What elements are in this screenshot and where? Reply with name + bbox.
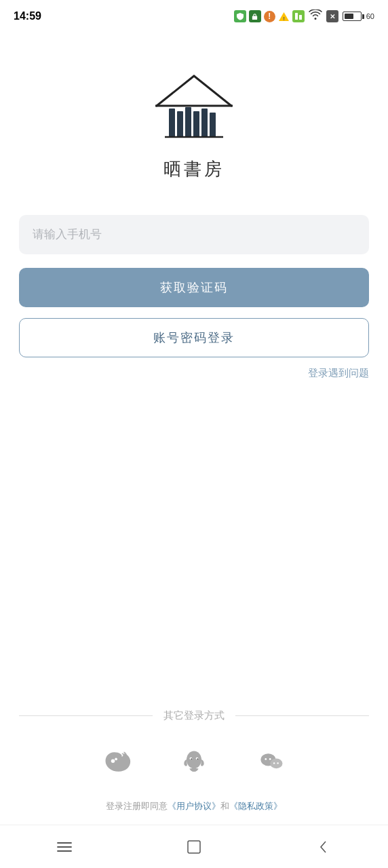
triangle-icon: ! bbox=[278, 11, 290, 22]
svg-point-18 bbox=[191, 768, 197, 772]
user-agreement-link[interactable]: 《用户协议》 bbox=[168, 801, 220, 811]
nav-home-button[interactable] bbox=[177, 830, 211, 864]
svg-point-21 bbox=[191, 759, 192, 760]
bottom-section: 其它登录方式 bbox=[0, 709, 388, 814]
svg-line-5 bbox=[157, 76, 194, 106]
terms-text: 登录注册即同意《用户协议》和《隐私政策》 bbox=[106, 800, 282, 814]
svg-rect-10 bbox=[185, 107, 191, 137]
social-login-row bbox=[98, 744, 290, 781]
phone-input[interactable] bbox=[19, 215, 369, 254]
svg-text:!: ! bbox=[283, 16, 285, 22]
wechat-button[interactable] bbox=[253, 744, 290, 781]
security-icon bbox=[249, 10, 261, 22]
svg-point-15 bbox=[111, 760, 115, 764]
bottom-nav bbox=[0, 825, 388, 868]
svg-rect-8 bbox=[169, 108, 175, 137]
terms-and: 和 bbox=[220, 801, 229, 811]
nav-back-button[interactable] bbox=[307, 830, 341, 864]
svg-line-6 bbox=[194, 76, 231, 106]
left-icons: ! ! bbox=[234, 10, 305, 22]
privacy-link[interactable]: 《隐私政策》 bbox=[229, 801, 282, 811]
svg-point-28 bbox=[277, 762, 278, 764]
svg-point-26 bbox=[269, 758, 271, 760]
svg-rect-11 bbox=[193, 111, 199, 137]
warning-icon: ! bbox=[264, 11, 275, 22]
svg-rect-13 bbox=[210, 113, 216, 137]
svg-rect-4 bbox=[299, 15, 302, 20]
svg-point-17 bbox=[187, 751, 201, 769]
svg-point-25 bbox=[265, 758, 267, 760]
logo-area: 晒書房 bbox=[150, 71, 238, 181]
right-status: ✕ 60 bbox=[309, 9, 374, 23]
svg-rect-9 bbox=[177, 111, 183, 137]
battery: 60 bbox=[343, 12, 374, 21]
status-bar: 14:59 ! bbox=[0, 0, 388, 30]
divider-right bbox=[235, 715, 369, 716]
verify-button[interactable]: 获取验证码 bbox=[19, 268, 369, 307]
shield-icon bbox=[234, 10, 246, 22]
weibo-button[interactable] bbox=[98, 744, 135, 781]
nav-menu-button[interactable] bbox=[47, 830, 81, 864]
svg-point-22 bbox=[197, 759, 198, 760]
svg-rect-12 bbox=[201, 108, 208, 137]
battery-label: 60 bbox=[366, 12, 374, 20]
svg-point-24 bbox=[270, 759, 282, 769]
divider-text: 其它登录方式 bbox=[153, 709, 235, 722]
problem-link[interactable]: 登录遇到问题 bbox=[308, 367, 369, 378]
svg-point-27 bbox=[273, 762, 275, 764]
x-icon: ✕ bbox=[326, 10, 338, 22]
app-logo bbox=[150, 71, 238, 152]
terms-prefix: 登录注册即同意 bbox=[106, 801, 168, 811]
svg-rect-32 bbox=[188, 841, 200, 853]
status-time: 14:59 bbox=[14, 10, 41, 22]
divider-row: 其它登录方式 bbox=[19, 709, 369, 722]
logo-text: 晒書房 bbox=[163, 157, 225, 181]
wifi-icon bbox=[309, 9, 322, 23]
password-login-button[interactable]: 账号密码登录 bbox=[19, 318, 369, 357]
status-icons: ! ! bbox=[234, 9, 374, 23]
svg-rect-0 bbox=[252, 16, 257, 19]
app-icon bbox=[292, 10, 305, 22]
qq-button[interactable] bbox=[176, 744, 212, 781]
problem-link-container: 登录遇到问题 bbox=[19, 367, 369, 380]
divider-left bbox=[19, 715, 153, 716]
svg-rect-3 bbox=[295, 13, 298, 20]
svg-point-16 bbox=[115, 758, 117, 761]
